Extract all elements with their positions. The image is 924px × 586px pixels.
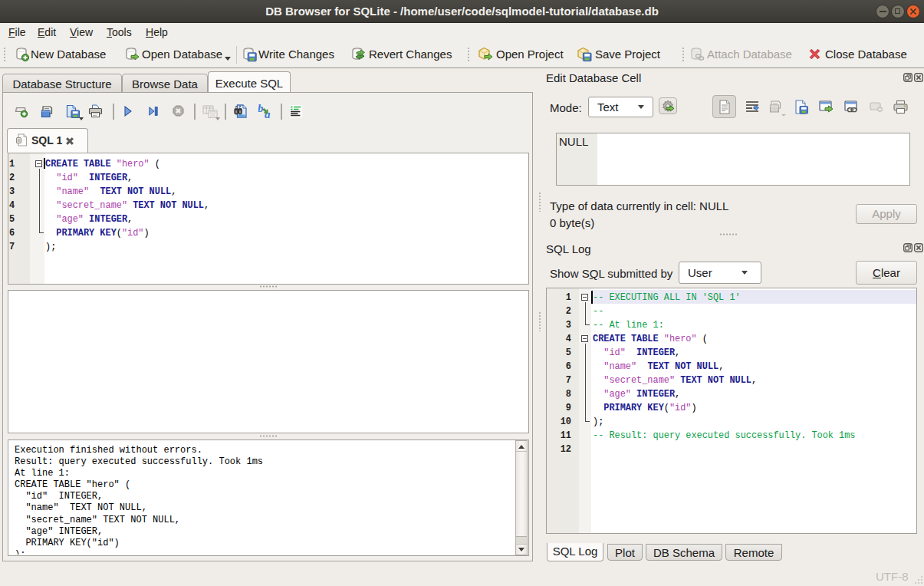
svg-text:b: b <box>258 103 264 114</box>
